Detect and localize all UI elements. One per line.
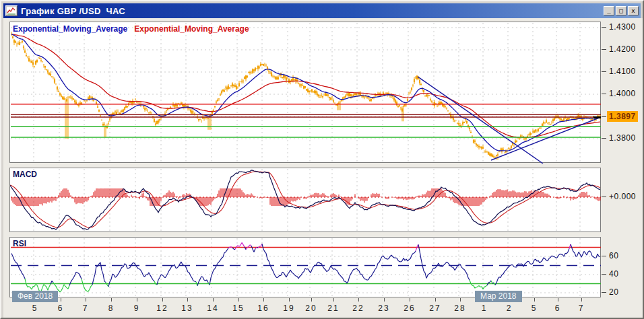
rsi-axis-label: 40 bbox=[609, 269, 618, 279]
date-label: 6 bbox=[58, 304, 64, 313]
axis-tick bbox=[602, 27, 606, 28]
price-axis-label: 1.4300 bbox=[609, 22, 636, 32]
date-tick bbox=[581, 298, 582, 302]
axis-tick bbox=[602, 197, 606, 197]
date-tick bbox=[558, 298, 558, 302]
date-tick bbox=[333, 298, 334, 302]
date-label: 27 bbox=[429, 304, 441, 313]
rsi-axis-label: 20 bbox=[609, 287, 618, 297]
date-tick bbox=[86, 298, 86, 302]
ema-slow-legend-label: Exponential_Moving_Average bbox=[134, 24, 249, 34]
window-title: График GBP /USD ЧАС bbox=[21, 6, 125, 16]
rsi-axis-label: 60 bbox=[609, 251, 618, 260]
date-label: 20 bbox=[305, 304, 317, 313]
axis-tick bbox=[602, 94, 606, 94]
date-label: 12 bbox=[156, 304, 168, 313]
rsi-panel[interactable]: RSI bbox=[9, 237, 601, 297]
date-tick bbox=[435, 298, 436, 302]
date-label: 5 bbox=[32, 304, 38, 313]
date-tick bbox=[460, 298, 461, 302]
date-label: 2 bbox=[507, 304, 513, 313]
axis-tick bbox=[602, 116, 606, 117]
date-label: 8 bbox=[108, 304, 115, 313]
date-tick bbox=[384, 298, 385, 302]
date-label: 1 bbox=[482, 304, 488, 313]
macd-label: MACD bbox=[13, 170, 37, 179]
price-chart-panel[interactable]: Exponential_Moving_Average Exponential_M… bbox=[9, 22, 601, 163]
date-tick bbox=[289, 298, 290, 302]
macd-panel[interactable]: MACD bbox=[9, 168, 601, 232]
date-tick bbox=[358, 298, 359, 302]
date-tick bbox=[410, 298, 410, 302]
close-button[interactable]: x bbox=[628, 6, 639, 15]
date-label: 13 bbox=[181, 304, 193, 313]
month-tag: Мар 2018 bbox=[475, 291, 522, 302]
date-label: 6 bbox=[555, 304, 561, 313]
date-tick bbox=[311, 298, 312, 302]
date-tick bbox=[137, 298, 137, 302]
month-tag: Фев 2018 bbox=[12, 291, 58, 302]
date-tick bbox=[61, 298, 61, 302]
date-label: 22 bbox=[352, 304, 364, 313]
axis-tick bbox=[602, 71, 606, 72]
price-axis-label: 1.3800 bbox=[609, 133, 636, 143]
price-axis-label: 1.4200 bbox=[609, 44, 636, 54]
date-label: 5 bbox=[532, 304, 538, 313]
ema-fast-legend-label: Exponential_Moving_Average bbox=[13, 24, 127, 34]
chart-window: График GBP /USD ЧАС _ □ x Exponential_Mo… bbox=[0, 0, 644, 319]
date-tick bbox=[213, 298, 214, 302]
date-label: 7 bbox=[579, 304, 585, 313]
date-tick bbox=[263, 298, 264, 302]
chart-content: Exponential_Moving_Average Exponential_M… bbox=[3, 18, 643, 318]
price-axis-label: 1.4100 bbox=[609, 67, 636, 76]
ema-legend: Exponential_Moving_Average Exponential_M… bbox=[13, 24, 249, 34]
date-label: 15 bbox=[232, 304, 244, 313]
date-label: 7 bbox=[83, 304, 89, 313]
date-tick bbox=[238, 298, 239, 302]
axis-tick bbox=[602, 274, 606, 275]
date-label: 14 bbox=[207, 304, 218, 313]
axis-tick bbox=[602, 292, 606, 293]
titlebar[interactable]: График GBP /USD ЧАС _ □ x bbox=[3, 3, 641, 18]
date-label: 21 bbox=[327, 304, 339, 313]
date-label: 9 bbox=[134, 304, 140, 313]
axis-tick bbox=[602, 256, 606, 256]
current-price-tag: 1.3897 bbox=[607, 111, 638, 122]
maximize-button[interactable]: □ bbox=[616, 6, 626, 15]
date-tick bbox=[111, 298, 112, 302]
date-tick bbox=[534, 298, 535, 302]
date-label: 23 bbox=[378, 304, 389, 313]
date-label: 19 bbox=[283, 304, 294, 313]
date-label: 28 bbox=[454, 304, 465, 313]
date-tick bbox=[162, 298, 163, 302]
price-axis-label: 1.4000 bbox=[609, 89, 636, 98]
date-label: 26 bbox=[404, 304, 415, 313]
macd-zero-label: +0.000 bbox=[609, 192, 636, 201]
chart-icon bbox=[5, 5, 18, 16]
axis-tick bbox=[602, 138, 606, 139]
date-label: 16 bbox=[257, 304, 269, 313]
minimize-button[interactable]: _ bbox=[604, 6, 614, 15]
date-tick bbox=[187, 298, 188, 302]
rsi-label: RSI bbox=[13, 239, 26, 248]
axis-tick bbox=[602, 49, 606, 50]
